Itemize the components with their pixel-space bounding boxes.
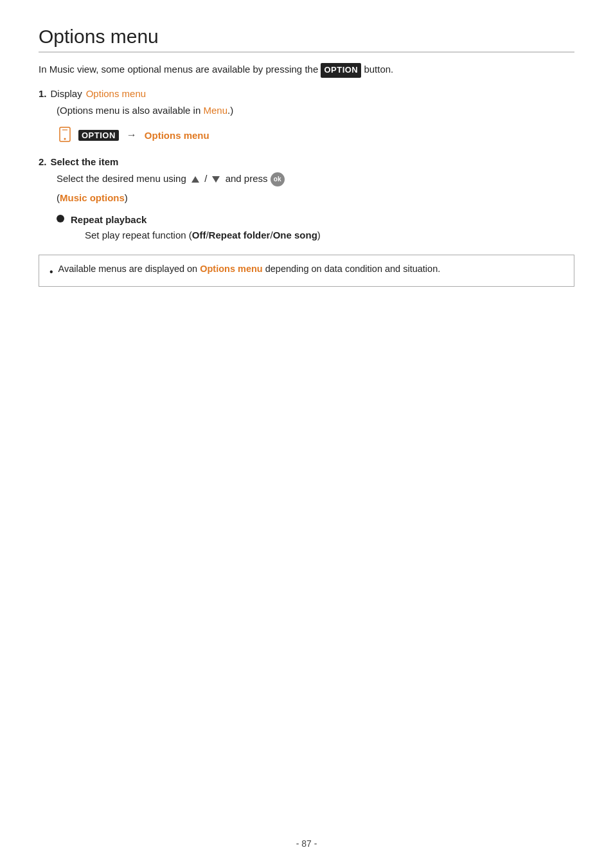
- step-1-option-badge: OPTION: [78, 130, 119, 141]
- step-1-sub-note-end: .): [227, 105, 233, 116]
- music-options-row: (Music options): [57, 190, 574, 206]
- option-badge: OPTION: [321, 63, 361, 78]
- option-nav-row: OPTION → Options menu: [57, 126, 574, 145]
- step-1-link: Options menu: [86, 88, 146, 99]
- repeat-playback-label: Repeat playback: [71, 212, 321, 228]
- step-1-sub-note: (Options menu is also available in: [57, 105, 203, 116]
- one-song-bold: One song: [273, 230, 317, 240]
- repeat-playback-description: Set play repeat function (Off/Repeat fol…: [85, 228, 321, 243]
- page-title: Options menu: [39, 26, 574, 53]
- music-options-link: Music options: [60, 192, 125, 203]
- triangle-down-icon: [211, 173, 220, 184]
- step-1-sub: (Options menu is also available in Menu.…: [57, 103, 574, 118]
- intro-text-after: button.: [361, 64, 393, 75]
- note-text: Available menus are displayed on Options…: [58, 262, 441, 276]
- ok-badge: ok: [271, 172, 285, 186]
- step-2-sub-text: Select the desired menu using: [57, 173, 186, 184]
- bullet-section: Repeat playback Set play repeat function…: [57, 212, 574, 243]
- step-2-number: 2.: [39, 156, 47, 167]
- step-1: 1. Display Options menu (Options menu is…: [39, 88, 574, 145]
- svg-point-0: [64, 138, 66, 140]
- intro-text-before: In Music view, some optional menus are a…: [39, 64, 321, 75]
- step-1-number: 1.: [39, 88, 47, 99]
- off-bold: Off: [192, 230, 206, 240]
- step-1-heading: Display: [51, 88, 82, 99]
- note-options-link: Options menu: [200, 264, 262, 274]
- note-box: • Available menus are displayed on Optio…: [39, 255, 574, 287]
- remote-icon: [57, 126, 73, 145]
- note-bullet-row: • Available menus are displayed on Optio…: [49, 262, 564, 280]
- nav-arrow-icon: →: [127, 129, 137, 141]
- triangle-up-icon: [191, 173, 200, 184]
- page-footer: - 87 -: [0, 838, 613, 849]
- menu-link: Menu: [203, 105, 227, 116]
- repeat-playback-item: Repeat playback Set play repeat function…: [57, 212, 574, 243]
- step-2-heading: Select the item: [51, 156, 119, 167]
- step-2-sub-text-end: and press: [226, 173, 268, 184]
- repeat-folder-bold: Repeat folder: [209, 230, 271, 240]
- step-2: 2. Select the item Select the desired me…: [39, 156, 574, 243]
- bullet-dot-icon: [57, 215, 64, 222]
- step-2-sub: Select the desired menu using / and pres…: [57, 171, 574, 186]
- intro-paragraph: In Music view, some optional menus are a…: [39, 62, 574, 78]
- note-bullet-dot-icon: •: [49, 264, 53, 280]
- step-1-nav-link: Options menu: [145, 130, 209, 141]
